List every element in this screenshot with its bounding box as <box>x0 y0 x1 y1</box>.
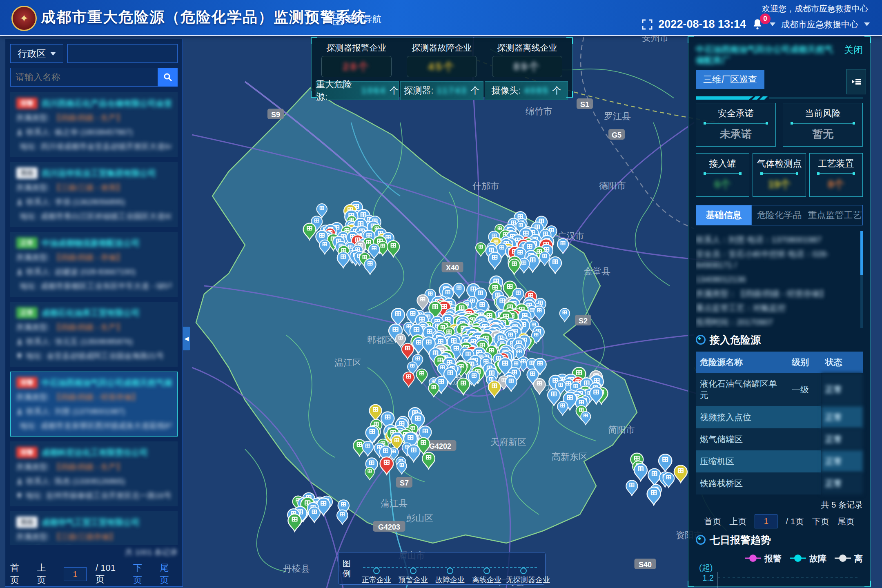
legend-title: 图例 <box>343 559 356 578</box>
close-button[interactable]: 关闭 <box>844 44 863 56</box>
enterprise-detail-panel: 中石油西南油气田分公司成都天然气储配库厂 关闭 三维厂区巡查 安全承诺 未承诺 … <box>688 37 871 587</box>
detail-line: 投用时间：20170907 <box>696 317 863 328</box>
tab-1[interactable]: 危险化学品 <box>752 205 807 225</box>
detector-stat-label: 探测器报警企业 <box>316 42 397 53</box>
system-nav-button[interactable]: 系统导航 <box>333 13 381 25</box>
sidebar-collapse-handle[interactable]: ◀ <box>183 327 190 350</box>
page-next[interactable]: 下页 <box>812 516 829 527</box>
region-filter-input[interactable] <box>67 44 178 63</box>
enterprise-name: 四川远华实业工贸集团有限公司 <box>42 168 156 179</box>
detector-stat-card: 探测器报警企业28个 <box>316 41 397 77</box>
legend-pin-icon <box>517 552 530 567</box>
detail-line: 所属类型：【四级/四级 - 经营存储】 <box>696 288 863 299</box>
table-row[interactable]: 铁路栈桥区正常 <box>696 472 863 494</box>
legend-item-故障企业: 故障企业 <box>432 552 468 585</box>
chevron-down-icon[interactable] <box>864 22 870 26</box>
detail-line: 安全员：安石小科中控班 电话：028-84908171 / <box>696 249 863 271</box>
chevron-down-icon[interactable] <box>770 22 775 26</box>
hazard-pagination: 首页 上页 / 1页 下页 尾页 <box>696 514 863 528</box>
system-nav-label: 系统导航 <box>345 13 381 25</box>
enterprise-card[interactable]: 离线成都华气工贸工贸有限公司所属类型:【三级/三级存储】联系人:赵 勇 (130… <box>10 511 178 545</box>
page-prev[interactable]: 上页 <box>729 516 746 527</box>
page-last[interactable]: 尾页 <box>160 562 178 586</box>
enterprise-contact-row: 联系人:赵建波 (028-83667190) <box>16 267 172 277</box>
hazard-table: 危险源名称级别状态 液化石油气储罐区单元一级正常视频接入点位正常燃气储罐区正常压… <box>696 352 863 494</box>
enterprise-contact-row: 联系人:李强 (13628056895) <box>16 197 172 207</box>
commit-value: 未承诺 <box>699 127 773 141</box>
enterprise-card[interactable]: 离线四川远华实业工贸集团有限公司所属类型:【三级/三级 - 使用】联系人:李强 … <box>10 162 178 227</box>
person-icon <box>16 339 23 345</box>
enterprise-name: 中油成都物流新都配送公司 <box>42 238 140 249</box>
table-row[interactable]: 压缩机区正常 <box>696 450 863 472</box>
tab-2[interactable]: 重点监管工艺 <box>807 205 862 225</box>
map-legend: 图例 正常企业 预警企业 故障企业 离线企业 无探测器企业 <box>338 552 546 585</box>
svg-text:X40: X40 <box>446 264 459 272</box>
table-row[interactable]: 液化石油气储罐区单元一级正常 <box>696 373 863 406</box>
page-first[interactable]: 首页 <box>704 516 721 527</box>
user-name[interactable]: 成都市应急救援中心 <box>781 19 858 30</box>
page-prev[interactable]: 上页 <box>37 562 54 586</box>
search-button[interactable] <box>158 68 178 87</box>
enterprise-type-row: 所属类型:【三级/三级 - 使用】 <box>16 183 172 193</box>
svg-text:S7: S7 <box>400 479 409 487</box>
page-total: / 101页 <box>96 563 124 586</box>
expand-panel-button[interactable] <box>846 69 866 94</box>
enterprise-card[interactable]: 报警四川西南石化产品仓储有限公司金堂仓储分公司所属类型:【四级/四级 - 生产】… <box>10 92 178 157</box>
hazard-section-title: 接入危险源 <box>710 333 761 347</box>
enterprise-address-row: 地址:成都市龙泉驿区西河镇成洛大道延线8号 <box>16 421 172 431</box>
detector-stat-value: 89个 <box>492 56 562 77</box>
enterprise-card[interactable]: 报警成都科宏达化工有限责任公司所属类型:【四级/四级 - 生产】联系人:陈杰 (… <box>10 441 178 506</box>
enterprise-card[interactable]: 正常中油成都物流新都配送公司所属类型:【四级/四级 - 存储】联系人:赵建波 (… <box>10 232 178 297</box>
legend-item-离线企业: 离线企业 <box>469 552 504 585</box>
svg-text:天府新区: 天府新区 <box>490 437 526 447</box>
enterprise-title: 中石油西南油气田分公司成都天然气储配库厂 <box>696 44 839 66</box>
enterprise-type-row: 所属类型:【四级/四级 - 生产】 <box>16 113 172 123</box>
svg-text:彭山区: 彭山区 <box>406 513 433 523</box>
app-header: ✦ 成都市重大危险源（危险化学品）监测预警系统 系统导航 欢迎您，成都市应急救援… <box>0 0 882 36</box>
detector-stat-card: 探测器离线企业89个 <box>486 41 568 77</box>
enterprise-contact-row: 联系人:张元五 (13508085876) <box>16 336 172 347</box>
table-row[interactable]: 燃气储罐区正常 <box>696 428 863 450</box>
svg-text:S40: S40 <box>639 561 652 569</box>
enterprise-address-row: 地址:成都市青白江区祥福镇工业园区大道608号 <box>16 211 172 222</box>
legend-item-无探测器企业: 无探测器企业 <box>506 552 541 585</box>
status-badge: 离线 <box>16 167 38 179</box>
legend-pin-icon <box>444 552 456 567</box>
detail-line: 重点监管工艺：对氨监控 <box>696 303 863 314</box>
page-input[interactable] <box>64 567 87 581</box>
divider-decoration <box>696 95 863 99</box>
page-first[interactable]: 首页 <box>10 562 28 586</box>
page-last[interactable]: 尾页 <box>837 516 855 527</box>
equipment-stat-box: 接入罐 6个 <box>696 153 749 197</box>
detector-stat-label: 探测器故障企业 <box>401 42 483 53</box>
status-badge: 报警 <box>16 98 38 109</box>
enterprise-name: 成都科宏达化工有限责任公司 <box>42 447 148 458</box>
enterprise-card[interactable]: 报警中石油西南油气田公司成都天然气储配库厂所属类型:【四级/四级 - 经营存储】… <box>10 372 178 437</box>
chevron-down-icon <box>50 52 56 56</box>
risk-value: 暂无 <box>786 127 860 141</box>
region-filter-dropdown[interactable]: 行政区 <box>10 44 63 63</box>
location-pin-icon <box>16 353 22 359</box>
svg-text:S1: S1 <box>580 100 589 109</box>
trend-section-header: 七日报警趋势 <box>696 533 863 547</box>
search-input[interactable] <box>10 68 158 87</box>
enterprise-sidebar: 行政区 报警四川西南石化产品仓储有限公司金堂仓储分公司所属类型:【四级/四级 -… <box>5 39 183 587</box>
detector-stat-value: 28个 <box>321 56 392 77</box>
seven-day-trend-chart: 报警故障离线(起)1.20.90.60.308-128-138-148-158-… <box>696 549 863 588</box>
commit-label: 安全承诺 <box>699 107 773 120</box>
notification-bell-icon[interactable]: 0 <box>752 18 764 31</box>
table-row[interactable]: 视频接入点位正常 <box>696 406 863 428</box>
svg-text:什邡市: 什邡市 <box>472 181 499 191</box>
enterprise-contact-row: 联系人:杨之华 (18038457867) <box>16 127 172 138</box>
risk-label: 当前风险 <box>786 107 860 120</box>
enterprise-type-row: 所属类型:【四级/四级 - 生产】 <box>16 462 172 472</box>
fullscreen-icon[interactable] <box>642 19 653 30</box>
enterprise-name: 成都华气工贸工贸有限公司 <box>42 517 140 528</box>
page-next[interactable]: 下页 <box>133 562 151 586</box>
enterprise-card[interactable]: 正常成都石化油库工贸有限公司所属类型:【四级/四级 - 生产】联系人:张元五 (… <box>10 302 178 367</box>
page-input[interactable] <box>755 514 777 528</box>
table-header: 状态 <box>821 352 863 373</box>
3d-patrol-button[interactable]: 三维厂区巡查 <box>696 70 764 89</box>
tab-0[interactable]: 基础信息 <box>696 205 752 225</box>
svg-text:德阳市: 德阳市 <box>599 180 626 191</box>
